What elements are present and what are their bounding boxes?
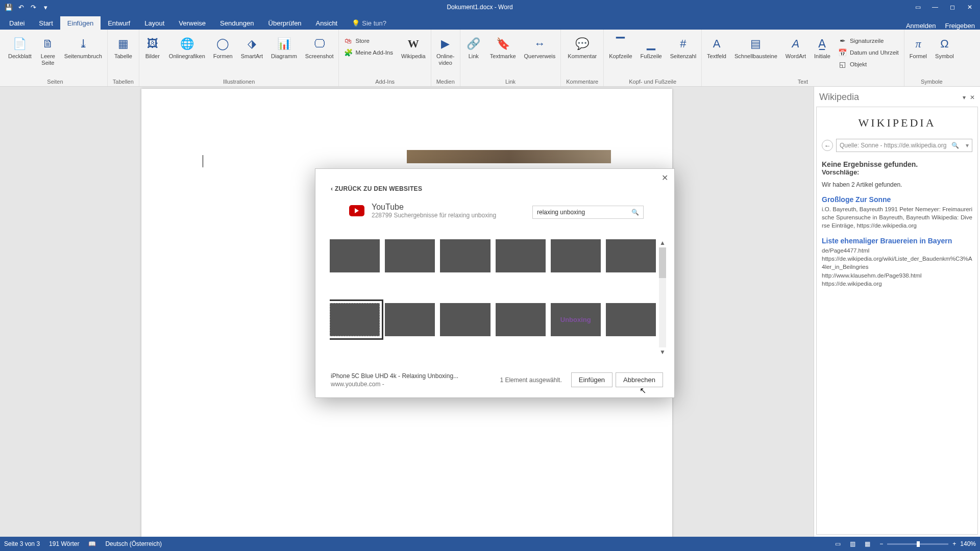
- save-icon[interactable]: 💾: [4, 3, 13, 12]
- schnellbausteine-button[interactable]: ▤Schnellbausteine: [731, 34, 780, 62]
- meine-addins-button[interactable]: 🧩Meine Add-Ins: [341, 47, 396, 58]
- symbol-button[interactable]: ΩSymbol: [932, 34, 957, 62]
- signin-button[interactable]: Anmelden: [906, 22, 936, 30]
- view-web-icon[interactable]: ▦: [865, 540, 870, 547]
- selected-title: iPhone 5C Blue UHD 4k - Relaxing Unboxin…: [331, 372, 458, 380]
- result-thumb[interactable]: [440, 303, 490, 336]
- blankpage-icon: 🗎: [40, 36, 56, 52]
- search-icon[interactable]: 🔍: [951, 142, 959, 149]
- formen-button[interactable]: ◯Formen: [210, 34, 236, 62]
- fusszeile-button[interactable]: ▁Fußzeile: [638, 34, 665, 62]
- zoom-slider[interactable]: [887, 543, 948, 545]
- status-page[interactable]: Seite 3 von 3: [4, 540, 40, 547]
- dialog-search-icon[interactable]: 🔍: [631, 209, 639, 216]
- video-icon: ▶: [437, 36, 454, 52]
- zoom-in-icon[interactable]: +: [952, 540, 956, 547]
- result-2-title[interactable]: Liste ehemaliger Brauereien in Bayern: [822, 237, 972, 245]
- signaturzeile-button[interactable]: ✒Signaturzeile: [836, 36, 902, 46]
- kopfzeile-button[interactable]: ▔Kopfzeile: [606, 34, 635, 62]
- zoom-control[interactable]: − + 140%: [879, 540, 976, 547]
- link-button[interactable]: 🔗Link: [462, 34, 485, 62]
- querverweis-button[interactable]: ↔Querverweis: [521, 34, 559, 62]
- wikipedia-button[interactable]: WWikipedia: [398, 34, 429, 62]
- quick-access-toolbar: 💾 ↶ ↷ ▾: [2, 3, 50, 12]
- undo-icon[interactable]: ↶: [16, 3, 26, 12]
- textmarke-button[interactable]: 🔖Textmarke: [487, 34, 519, 62]
- zoom-value[interactable]: 140%: [960, 540, 976, 547]
- seitenumbruch-button[interactable]: ⤓Seitenumbruch: [61, 34, 105, 62]
- qat-customize-icon[interactable]: ▾: [41, 3, 50, 12]
- share-button[interactable]: Freigeben: [945, 22, 975, 30]
- cancel-button[interactable]: Abbrechen: [616, 372, 663, 387]
- tab-layout[interactable]: Layout: [137, 16, 172, 30]
- group-tabellen: ▦Tabelle Tabellen: [108, 30, 139, 86]
- taskpane-menu-icon[interactable]: ▾: [963, 94, 966, 101]
- view-read-icon[interactable]: ▭: [835, 540, 841, 547]
- tab-ueberpruefen[interactable]: Überprüfen: [261, 16, 309, 30]
- tab-sendungen[interactable]: Sendungen: [213, 16, 261, 30]
- diagramm-button[interactable]: 📊Diagramm: [268, 34, 300, 62]
- tab-ansicht[interactable]: Ansicht: [309, 16, 345, 30]
- textfeld-button[interactable]: ATextfeld: [704, 34, 729, 62]
- dialog-close-icon[interactable]: ✕: [662, 173, 668, 183]
- result-1-title[interactable]: Großloge Zur Sonne: [822, 195, 972, 204]
- formel-button[interactable]: πFormel: [906, 34, 930, 62]
- insert-button[interactable]: Einfügen: [571, 372, 612, 387]
- taskpane-close-icon[interactable]: ✕: [970, 94, 975, 101]
- tab-verweise[interactable]: Verweise: [172, 16, 213, 30]
- wordart-button[interactable]: AWordArt: [782, 34, 809, 62]
- kommentar-button[interactable]: 💬Kommentar: [565, 34, 600, 62]
- leere-seite-button[interactable]: 🗎Leere Seite: [37, 34, 59, 68]
- initiale-button[interactable]: A̲Initiale: [811, 34, 834, 62]
- result-thumb[interactable]: [385, 303, 435, 336]
- minimize-icon[interactable]: —: [927, 2, 943, 13]
- status-language[interactable]: Deutsch (Österreich): [105, 540, 162, 547]
- screenshot-button[interactable]: 🖵Screenshot: [302, 34, 337, 62]
- objekt-button[interactable]: ◱Objekt: [836, 59, 902, 69]
- redo-icon[interactable]: ↷: [29, 3, 38, 12]
- result-thumb[interactable]: [496, 303, 546, 336]
- tabelle-button[interactable]: ▦Tabelle: [111, 34, 135, 62]
- zoom-out-icon[interactable]: −: [879, 540, 883, 547]
- result-thumb-selected[interactable]: [330, 303, 380, 336]
- results-scrollbar[interactable]: ▲ ▼: [658, 239, 667, 356]
- close-icon[interactable]: ✕: [962, 2, 978, 13]
- tab-start[interactable]: Start: [32, 16, 60, 30]
- result-thumb[interactable]: [606, 239, 656, 272]
- result-thumb[interactable]: [551, 239, 601, 272]
- result-thumb[interactable]: [440, 239, 490, 272]
- smartart-button[interactable]: ⬗SmartArt: [238, 34, 266, 62]
- store-button[interactable]: 🛍Store: [341, 36, 396, 46]
- insert-video-dialog: ✕ ZURÜCK ZU DEN WEBSITES YouTube 228799 …: [315, 168, 675, 398]
- tab-entwurf[interactable]: Entwurf: [101, 16, 137, 30]
- view-print-icon[interactable]: ▥: [850, 540, 855, 547]
- scroll-up-icon[interactable]: ▲: [659, 239, 666, 246]
- datum-uhrzeit-button[interactable]: 📅Datum und Uhrzeit: [836, 47, 902, 58]
- results-grid: Unboxing: [330, 239, 656, 356]
- scroll-down-icon[interactable]: ▼: [659, 348, 666, 356]
- result-thumb[interactable]: [606, 303, 656, 336]
- group-link: 🔗Link 🔖Textmarke ↔Querverweis Link: [460, 30, 561, 86]
- dialog-back-link[interactable]: ZURÜCK ZU DEN WEBSITES: [331, 185, 422, 192]
- bilder-button[interactable]: 🖼Bilder: [141, 34, 164, 62]
- status-words[interactable]: 191 Wörter: [49, 540, 79, 547]
- tab-datei[interactable]: Datei: [2, 16, 32, 30]
- result-thumb[interactable]: [496, 239, 546, 272]
- tab-einfuegen[interactable]: Einfügen: [60, 16, 101, 30]
- result-thumb[interactable]: [330, 239, 380, 272]
- seitenzahl-button[interactable]: #Seitenzahl: [667, 34, 699, 62]
- taskpane-back-icon[interactable]: ←: [822, 140, 833, 151]
- result-thumb[interactable]: [385, 239, 435, 272]
- spellcheck-icon[interactable]: 📖: [88, 540, 96, 547]
- maximize-icon[interactable]: ◻: [944, 2, 961, 13]
- onlinegrafiken-button[interactable]: 🌐Onlinegrafiken: [166, 34, 208, 62]
- wikipedia-search-input[interactable]: Quelle: Sonne - https://de.wikipedia.org…: [836, 139, 972, 152]
- deckblatt-button[interactable]: 📄Deckblatt: [5, 34, 35, 62]
- scroll-thumb[interactable]: [659, 247, 666, 278]
- search-dropdown-icon[interactable]: ▾: [966, 142, 969, 149]
- ribbon-display-icon[interactable]: ▭: [910, 2, 926, 13]
- dialog-search-input[interactable]: relaxing unboxing 🔍: [532, 206, 644, 219]
- tell-me[interactable]: 💡 Sie tun?: [345, 16, 394, 30]
- onlinevideo-button[interactable]: ▶Online- video: [433, 34, 457, 68]
- result-thumb[interactable]: Unboxing: [551, 303, 601, 336]
